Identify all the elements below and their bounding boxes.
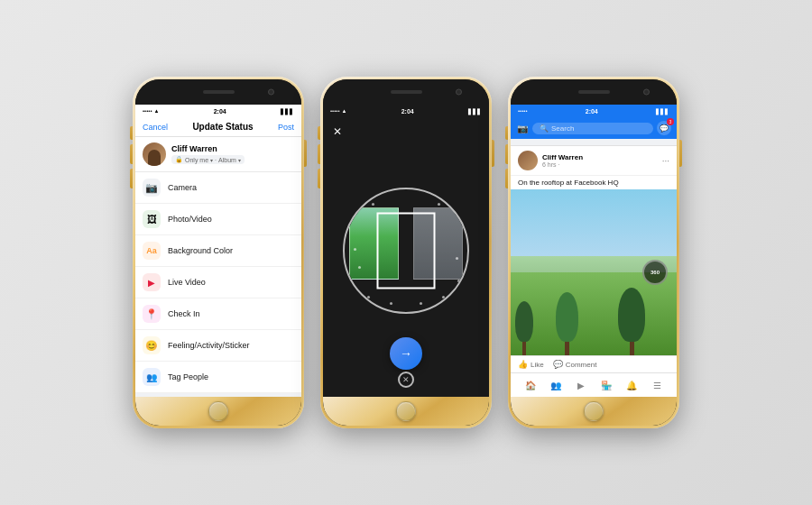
post-avatar [518, 151, 538, 170]
battery-icon-3: ▋▋▋ [656, 108, 669, 115]
power-button [304, 140, 307, 167]
home-button-1[interactable] [208, 401, 228, 421]
phone-2: ••••• ▲ 2:04 ▋▋▋ ✕ [320, 77, 492, 428]
wifi-icon-2: ▲ [342, 108, 347, 114]
feeling-icon: 😊 [143, 336, 161, 354]
post-actions: 👍 Like 💬 Comment [511, 355, 677, 373]
status-bar-2: ••••• ▲ 2:04 ▋▋▋ [323, 105, 489, 117]
nav-bar-1: Cancel Update Status Post [135, 117, 301, 137]
status-time-1: 2:04 [214, 108, 226, 115]
album-label: Album [218, 157, 236, 163]
speaker [203, 90, 235, 94]
phone-3-screen: ••••• 2:04 ▋▋▋ 📷 🔍 Search [511, 79, 677, 426]
dot [367, 296, 370, 298]
home-button-2[interactable] [396, 401, 416, 421]
status-time-3: 2:04 [586, 108, 598, 115]
camera-screen: ✕ [323, 117, 489, 397]
search-placeholder: Search [551, 124, 574, 133]
menu-item-photo[interactable]: 🖼 Photo/Video [135, 204, 301, 235]
privacy-label: Only me [185, 157, 208, 163]
bg-color-icon: Aa [143, 242, 161, 260]
front-camera-2 [456, 89, 462, 96]
post-header: Cliff Warren 6 hrs · ··· [511, 146, 677, 176]
comment-icon: 💬 [553, 360, 563, 369]
tag-label: Tag People [168, 372, 208, 381]
status-bar-1: ••••• ▲ 2:04 ▋▋▋ [135, 105, 301, 117]
menu-item-feeling[interactable]: 😊 Feeling/Activity/Sticker [135, 330, 301, 362]
watch-nav-icon[interactable]: ▶ [574, 378, 588, 392]
speaker-2 [391, 90, 422, 94]
photo-label: Photo/Video [168, 215, 212, 224]
story-bar [511, 139, 677, 146]
messenger-button[interactable]: 💬 3 [657, 121, 671, 135]
privacy-selector[interactable]: 🔒 Only me ▾ · Album ▾ [171, 155, 245, 164]
power-button-3 [679, 140, 682, 167]
menu-nav-icon[interactable]: ☰ [650, 378, 664, 392]
post-button[interactable]: Post [278, 123, 294, 132]
post-user-info: Cliff Warren 6 hrs · [542, 153, 658, 168]
phone-1-top [135, 79, 301, 105]
menu-item-360[interactable]: 360° 360 Photo [135, 393, 301, 397]
phone-1: ••••• ▲ 2:04 ▋▋▋ Cancel Update Status Po… [133, 77, 304, 428]
signal-2: ••••• [330, 108, 340, 114]
like-icon: 👍 [518, 360, 528, 369]
menu-item-tag[interactable]: 👥 Tag People [135, 362, 301, 393]
mute-button-3 [505, 126, 508, 140]
like-action[interactable]: 👍 Like [518, 360, 544, 369]
screen-title: Update Status [192, 122, 253, 132]
battery-icon-1: ▋▋▋ [281, 108, 294, 115]
wifi-icon: ▲ [154, 108, 160, 114]
tree-1 [515, 301, 533, 355]
volume-up-button-2 [318, 144, 320, 164]
circle-outer [343, 188, 469, 314]
menu-list: 📷 Camera 🖼 Photo/Video Aa Background Col… [135, 172, 301, 397]
live-label: Live Video [168, 278, 206, 287]
home-button-3[interactable] [584, 401, 604, 421]
camera-button-3[interactable]: 📷 [516, 122, 529, 134]
comment-action[interactable]: 💬 Comment [553, 360, 597, 369]
cancel-camera-button[interactable]: ✕ [398, 372, 414, 388]
menu-item-bg[interactable]: Aa Background Color [135, 235, 301, 267]
status-bar-3: ••••• 2:04 ▋▋▋ [511, 105, 677, 117]
dot [442, 296, 445, 298]
360-badge[interactable]: 360 [642, 260, 668, 285]
menu-item-checkin[interactable]: 📍 Check In [135, 298, 301, 330]
comment-label: Comment [566, 361, 597, 369]
camera-icon: 📷 [143, 179, 161, 197]
post-meta: 6 hrs · [542, 161, 658, 168]
phone-2-top [323, 79, 489, 105]
phone-3-top [511, 79, 677, 105]
phone-3: ••••• 2:04 ▋▋▋ 📷 🔍 Search [508, 77, 679, 428]
messenger-badge: 3 [667, 118, 674, 125]
post-text: On the rooftop at Facebook HQ [511, 176, 677, 189]
facebook-feed-screen: 📷 🔍 Search 💬 3 [511, 117, 677, 397]
rect-frame [377, 213, 436, 289]
tree-3 [618, 288, 645, 355]
user-name-1: Cliff Warren [171, 144, 245, 153]
front-camera [268, 89, 274, 96]
friends-nav-icon[interactable]: 👥 [549, 378, 563, 392]
home-nav-icon[interactable]: 🏠 [523, 378, 538, 392]
messenger-icon: 💬 [660, 124, 669, 133]
dot [457, 280, 460, 282]
next-arrow-icon: → [400, 346, 412, 361]
menu-item-camera[interactable]: 📷 Camera [135, 172, 301, 204]
post-menu-dots[interactable]: ··· [662, 156, 669, 166]
nature-bg: 360 [511, 189, 677, 355]
dot [352, 284, 355, 287]
signal-dots: ••••• [143, 108, 152, 114]
search-bar[interactable]: 🔍 Search [532, 123, 653, 134]
cancel-button[interactable]: Cancel [143, 123, 168, 132]
volume-up-button-3 [505, 144, 508, 164]
bell-nav-icon[interactable]: 🔔 [624, 378, 639, 392]
mute-button-2 [318, 126, 320, 140]
next-button[interactable]: → [390, 337, 422, 370]
close-camera-button[interactable]: ✕ [330, 124, 345, 139]
menu-item-live[interactable]: ▶ Live Video [135, 267, 301, 298]
home-area-3 [511, 397, 677, 426]
dot [358, 266, 361, 269]
marketplace-nav-icon[interactable]: 🏪 [599, 378, 614, 392]
camera-label: Camera [168, 183, 197, 192]
post-user-name: Cliff Warren [542, 153, 658, 161]
ground [511, 272, 677, 355]
